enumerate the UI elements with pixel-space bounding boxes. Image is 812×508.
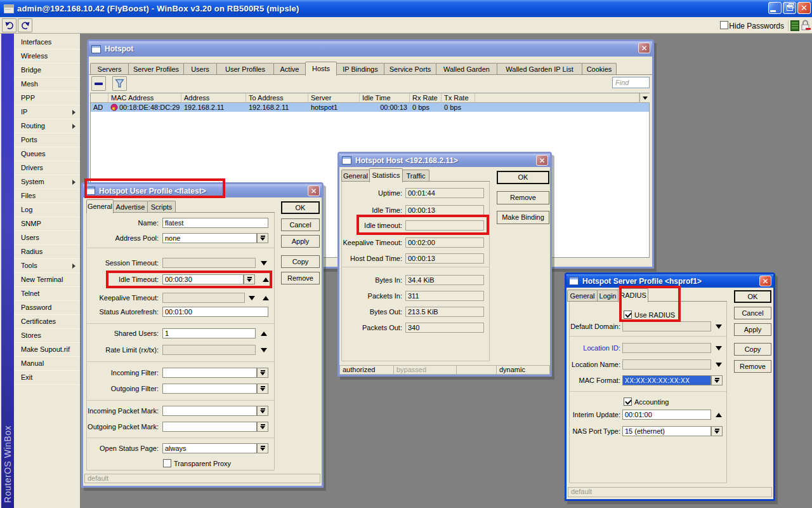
tab-hosts[interactable]: Hosts (305, 62, 337, 76)
dropdown-button[interactable] (711, 375, 723, 385)
field-input[interactable] (622, 359, 711, 370)
sidebar-item-make-supout-rif[interactable]: Make Supout.rif (14, 343, 80, 357)
field-input[interactable]: 1 (162, 328, 256, 338)
copy-button[interactable]: Copy (734, 343, 771, 356)
down-arrow-button[interactable] (247, 293, 257, 303)
dropdown-button[interactable] (257, 443, 268, 453)
field-input[interactable]: none (162, 233, 257, 243)
field-input[interactable] (162, 293, 245, 303)
ok-button[interactable]: OK (734, 290, 771, 303)
sidebar-item-snmp[interactable]: SNMP (14, 217, 80, 231)
header-cell[interactable]: Tx Rate (442, 93, 475, 103)
dropdown-button[interactable] (257, 233, 268, 243)
tab-traffic[interactable]: Traffic (402, 170, 429, 182)
sidebar-item-log[interactable]: Log (14, 203, 80, 217)
sidebar-item-drivers[interactable]: Drivers (14, 161, 80, 175)
transparent-proxy-checkbox[interactable] (163, 459, 171, 467)
remove-entry-button[interactable] (91, 76, 106, 91)
tab-statistics[interactable]: Statistics (369, 168, 403, 182)
sidebar-item-telnet[interactable]: Telnet (14, 287, 80, 301)
cancel-button[interactable]: Cancel (281, 218, 320, 231)
close-button[interactable]: ✕ (638, 43, 650, 53)
tab-servers[interactable]: Servers (90, 63, 129, 75)
tab-walled-garden[interactable]: Walled Garden (436, 63, 497, 75)
sidebar-item-exit[interactable]: Exit (14, 371, 80, 385)
sidebar-item-routing[interactable]: Routing (14, 119, 80, 133)
sidebar-item-ports[interactable]: Ports (14, 133, 80, 147)
field-input[interactable]: 00:01:00 (162, 307, 268, 317)
header-cell[interactable]: Idle Time (360, 93, 410, 103)
down-arrow-button[interactable] (714, 321, 724, 331)
sidebar-item-manual[interactable]: Manual (14, 357, 80, 371)
sidebar-item-ip[interactable]: IP (14, 105, 80, 119)
field-input[interactable] (162, 384, 257, 394)
undo-button[interactable] (2, 18, 16, 32)
tab-users[interactable]: Users (183, 63, 217, 75)
field-input[interactable] (162, 258, 256, 268)
sidebar-item-files[interactable]: Files (14, 189, 80, 203)
dropdown-button[interactable] (257, 384, 268, 394)
apply-button[interactable]: Apply (734, 323, 771, 336)
maximize-button[interactable] (783, 2, 796, 14)
down-arrow-button[interactable] (259, 345, 269, 355)
find-input[interactable]: Find (612, 77, 650, 88)
field-input[interactable]: 15 (ethernet) (622, 426, 711, 436)
close-button[interactable]: ✕ (759, 276, 771, 286)
dropdown-button[interactable] (711, 426, 723, 436)
up-arrow-button[interactable] (259, 328, 269, 338)
header-cell[interactable] (475, 93, 639, 103)
header-cell[interactable]: MAC Address (108, 93, 181, 103)
header-cell[interactable]: Address (181, 93, 246, 103)
field-input[interactable]: 311 (405, 291, 484, 301)
tab-general[interactable]: General (567, 290, 598, 302)
sidebar-item-password[interactable]: Password (14, 301, 80, 315)
dropdown-button[interactable] (257, 422, 268, 432)
field-input[interactable]: 00:00:13 (405, 205, 484, 215)
field-input[interactable]: 00:02:00 (405, 237, 484, 248)
sidebar-item-bridge[interactable]: Bridge (14, 64, 80, 77)
field-input[interactable] (162, 422, 257, 432)
filter-button[interactable] (112, 76, 127, 91)
sidebar-item-interfaces[interactable]: Interfaces (14, 36, 80, 50)
remove-button[interactable]: Remove (497, 191, 549, 204)
hide-passwords-checkbox[interactable] (720, 21, 728, 29)
up-arrow-button[interactable] (714, 410, 724, 420)
field-input[interactable]: XX:XX:XX:XX:XX:XX (622, 375, 711, 385)
sidebar-item-queues[interactable]: Queues (14, 147, 80, 161)
field-input[interactable] (162, 345, 256, 355)
dropdown-button[interactable] (257, 406, 268, 416)
field-input[interactable] (622, 321, 711, 331)
close-button[interactable]: ✕ (536, 155, 548, 166)
sidebar-item-new-terminal[interactable]: New Terminal (14, 273, 80, 287)
column-select-button[interactable] (639, 93, 650, 103)
field-input[interactable]: 00:01:44 (405, 188, 484, 198)
tab-server-profiles[interactable]: Server Profiles (128, 63, 184, 75)
header-cell[interactable]: Rx Rate (410, 93, 442, 103)
tab-login[interactable]: Login (597, 290, 619, 302)
field-input[interactable]: 340 (405, 323, 484, 333)
tab-cookies[interactable]: Cookies (582, 63, 617, 75)
dropdown-button[interactable] (257, 368, 268, 378)
field-input[interactable]: 00:00:13 (405, 253, 484, 264)
header-cell[interactable]: To Address (246, 93, 308, 103)
sidebar-item-ppp[interactable]: PPP (14, 91, 80, 105)
field-input[interactable] (162, 368, 257, 378)
sidebar-item-tools[interactable]: Tools (14, 259, 80, 273)
table-row[interactable]: AD00:18:DE:48:DC:29192.168.2.11192.168.2… (91, 103, 649, 112)
redo-button[interactable] (18, 18, 32, 32)
field-input[interactable]: flatest (162, 218, 268, 228)
ok-button[interactable]: OK (281, 201, 320, 214)
copy-button[interactable]: Copy (281, 255, 320, 268)
field-input[interactable]: 213.5 KiB (405, 307, 484, 317)
header-flags[interactable] (91, 93, 108, 103)
field-input[interactable]: always (162, 443, 257, 453)
accounting-checkbox[interactable] (624, 398, 632, 406)
header-cell[interactable]: Server (308, 93, 360, 103)
close-button[interactable]: ✕ (308, 185, 320, 196)
cancel-button[interactable]: Cancel (734, 307, 771, 319)
remove-button[interactable]: Remove (734, 360, 771, 373)
field-input[interactable] (162, 406, 257, 416)
minimize-button[interactable] (768, 2, 782, 14)
tab-walled-garden-ip-list[interactable]: Walled Garden IP List (497, 63, 582, 75)
tab-scripts[interactable]: Scripts (147, 201, 176, 213)
